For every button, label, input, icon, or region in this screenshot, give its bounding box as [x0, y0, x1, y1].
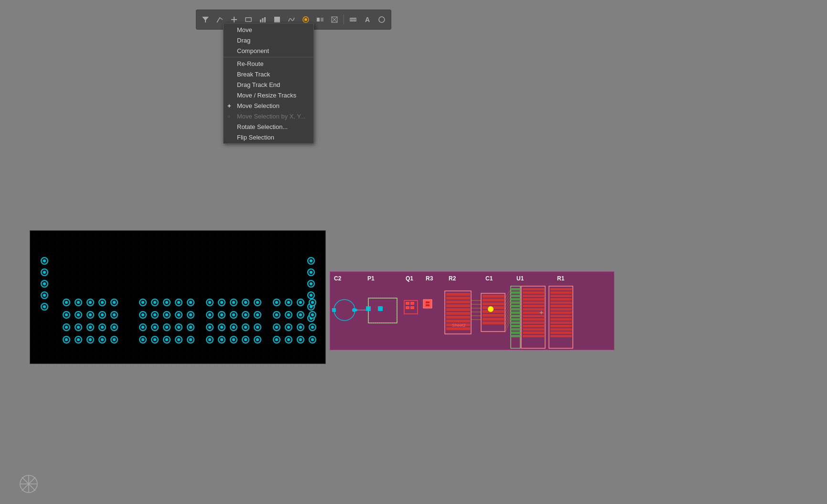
pcb-board[interactable]: [30, 230, 326, 364]
via: [230, 336, 237, 343]
via: [242, 323, 249, 331]
svg-rect-89: [511, 315, 520, 317]
via: [75, 323, 82, 331]
via: [206, 299, 214, 306]
svg-text:R1: R1: [557, 275, 565, 282]
menu-move-resize-tracks[interactable]: Move / Resize Tracks: [224, 90, 313, 100]
via: [309, 311, 316, 319]
svg-rect-69: [483, 310, 504, 313]
svg-rect-123: [550, 322, 572, 324]
menu-drag-track-end[interactable]: Drag Track End: [224, 79, 313, 90]
via: [254, 323, 261, 331]
via: [151, 299, 159, 306]
svg-rect-126: [550, 332, 572, 334]
via: [41, 257, 48, 265]
svg-rect-85: [511, 301, 520, 304]
via: [98, 311, 106, 319]
via: [273, 323, 280, 331]
via: [139, 336, 147, 343]
via: [187, 336, 194, 343]
via: [139, 311, 147, 319]
svg-rect-101: [523, 301, 544, 304]
svg-rect-83: [511, 295, 520, 297]
join-button[interactable]: [314, 13, 326, 26]
via: [285, 311, 292, 319]
svg-rect-111: [523, 335, 544, 337]
svg-rect-118: [550, 305, 572, 307]
svg-rect-11: [321, 18, 323, 21]
svg-rect-120: [550, 311, 572, 314]
filter-button[interactable]: [199, 13, 212, 26]
menu-component[interactable]: Component: [224, 45, 313, 56]
via: [206, 311, 214, 319]
via: [242, 299, 249, 306]
svg-rect-114: [550, 291, 572, 294]
svg-text:Sheet2: Sheet2: [452, 323, 466, 328]
via: [307, 268, 315, 276]
text-button[interactable]: A: [361, 13, 374, 26]
menu-rotate-selection[interactable]: Rotate Selection...: [224, 121, 313, 132]
crosshair-icon: [18, 473, 39, 494]
svg-rect-67: [483, 302, 504, 305]
svg-text:R2: R2: [449, 275, 456, 282]
svg-rect-117: [550, 301, 572, 304]
svg-rect-100: [523, 298, 544, 300]
mask-button[interactable]: [328, 13, 341, 26]
svg-rect-46: [410, 302, 414, 305]
context-menu: Move Drag Component Re-Route Break Track…: [223, 23, 314, 144]
measure-button[interactable]: [347, 13, 359, 26]
schematic-board[interactable]: C2 P1 Q1 R3 R2 C1 U1 R1: [330, 271, 614, 350]
svg-rect-58: [446, 312, 470, 315]
svg-rect-55: [446, 300, 470, 303]
via: [41, 303, 48, 311]
menu-break-track[interactable]: Break Track: [224, 69, 313, 79]
svg-rect-90: [511, 318, 520, 321]
svg-text:U1: U1: [516, 275, 524, 282]
via: [163, 336, 171, 343]
schematic-traces: C2 P1 Q1 R3 R2 C1 U1 R1: [330, 272, 614, 350]
via: [273, 336, 280, 343]
svg-rect-124: [550, 325, 572, 327]
svg-rect-37: [332, 308, 336, 312]
svg-rect-27: [330, 272, 614, 350]
via: [63, 299, 70, 306]
menu-reroute[interactable]: Re-Route: [224, 58, 313, 69]
svg-rect-6: [264, 17, 266, 22]
circle-button[interactable]: [376, 13, 388, 26]
via: [309, 336, 316, 343]
via: [206, 336, 214, 343]
svg-rect-53: [446, 293, 470, 296]
svg-rect-93: [511, 328, 520, 331]
menu-move[interactable]: Move: [224, 24, 313, 35]
via: [139, 323, 147, 331]
svg-point-9: [304, 18, 307, 21]
menu-drag[interactable]: Drag: [224, 35, 313, 45]
svg-rect-121: [550, 315, 572, 317]
svg-point-19: [379, 17, 385, 22]
svg-rect-95: [511, 335, 520, 337]
via: [297, 336, 304, 343]
svg-rect-88: [511, 311, 520, 314]
svg-rect-59: [446, 316, 470, 319]
svg-rect-47: [406, 306, 409, 309]
via: [307, 280, 315, 288]
svg-rect-54: [446, 297, 470, 300]
via: [218, 311, 226, 319]
svg-rect-60: [446, 320, 470, 322]
svg-text:P1: P1: [367, 275, 375, 282]
via: [218, 299, 226, 306]
svg-rect-57: [446, 308, 470, 311]
menu-move-selection[interactable]: Move Selection: [224, 100, 313, 111]
svg-rect-3: [246, 18, 251, 21]
via: [297, 323, 304, 331]
svg-rect-115: [550, 295, 572, 297]
menu-flip-selection[interactable]: Flip Selection: [224, 132, 313, 142]
via: [75, 299, 82, 306]
menu-move-selection-xy[interactable]: Move Selection by X, Y...: [224, 111, 313, 121]
svg-rect-125: [550, 328, 572, 331]
via: [218, 336, 226, 343]
via: [41, 268, 48, 276]
via: [86, 336, 94, 343]
via: [309, 299, 316, 306]
svg-rect-49: [423, 300, 432, 308]
